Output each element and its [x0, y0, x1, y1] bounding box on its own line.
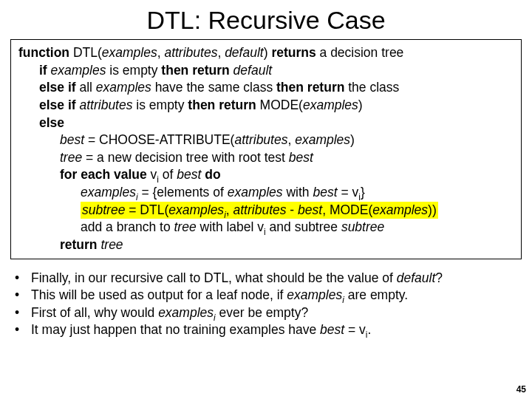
code-line-8: for each value vi of best do [18, 166, 514, 184]
pseudocode-box: function DTL(examples, attributes, defau… [10, 39, 522, 259]
bullet-text: This will be used as output for a leaf n… [31, 287, 517, 304]
code-line-3: else if all examples have the same class… [18, 79, 514, 97]
bullet-list: • Finally, in our recursive call to DTL,… [15, 270, 517, 340]
bullet-text: Finally, in our recursive call to DTL, w… [31, 270, 517, 287]
bullet-item: • First of all, why would examplesi ever… [15, 304, 517, 322]
page-number: 45 [516, 384, 526, 395]
code-line-12: return tree [18, 236, 514, 254]
bullet-dot-icon: • [15, 270, 31, 287]
bullet-dot-icon: • [15, 321, 31, 339]
code-line-5: else [18, 115, 514, 132]
code-line-9: examplesi = {elements of examples with b… [18, 184, 514, 202]
bullet-dot-icon: • [15, 287, 31, 304]
bullet-text: First of all, why would examplesi ever b… [31, 304, 517, 322]
slide-title: DTL: Recursive Case [0, 0, 532, 39]
bullet-item: • It may just happen that no training ex… [15, 321, 517, 339]
code-line-6: best = CHOOSE-ATTRIBUTE(attributes, exam… [18, 132, 514, 149]
bullet-dot-icon: • [15, 304, 31, 322]
code-line-4: else if attributes is empty then return … [18, 97, 514, 115]
bullet-item: • This will be used as output for a leaf… [15, 287, 517, 304]
code-line-7: tree = a new decision tree with root tes… [18, 149, 514, 167]
code-line-11: add a branch to tree with label vi and s… [18, 219, 514, 236]
code-line-10-highlighted: subtree = DTL(examplesi, attributes - be… [18, 202, 514, 219]
code-line-2: if examples is empty then return default [18, 62, 514, 80]
bullet-item: • Finally, in our recursive call to DTL,… [15, 270, 517, 287]
bullet-text: It may just happen that no training exam… [31, 321, 517, 339]
code-line-1: function DTL(examples, attributes, defau… [18, 44, 514, 62]
